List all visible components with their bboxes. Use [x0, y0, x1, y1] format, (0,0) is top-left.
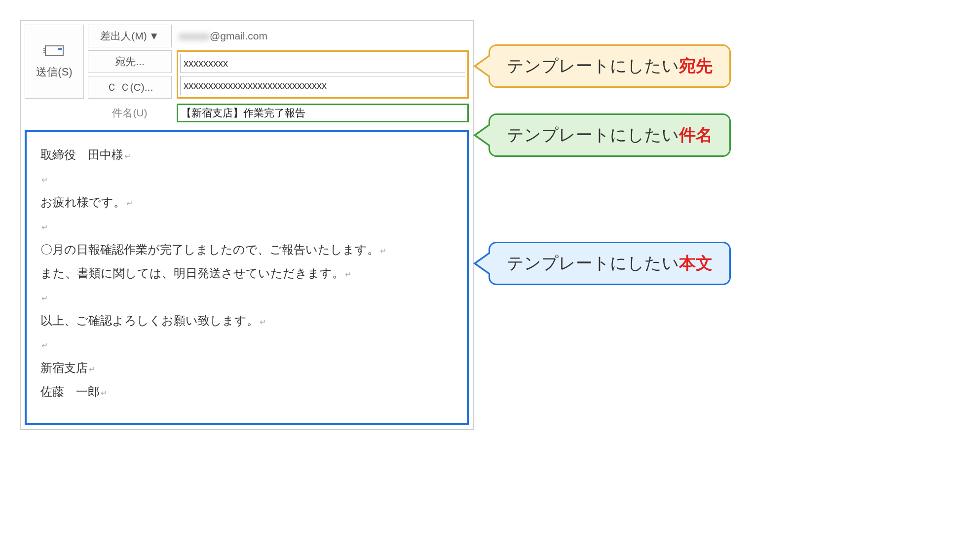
callout-text: テンプレートにしたい [507, 56, 679, 75]
body-line [40, 332, 453, 356]
body-line [40, 167, 453, 190]
callout-arrow-inner [476, 125, 490, 145]
callout-body: テンプレートにしたい本文 [489, 242, 731, 285]
body-line: 佐藤 一郎 [40, 380, 453, 404]
cc-input[interactable]: xxxxxxxxxxxxxxxxxxxxxxxxxxxxx [180, 76, 465, 95]
callout-em: 本文 [679, 254, 713, 272]
cc-label: Ｃ Ｃ(C)... [107, 80, 153, 94]
to-button[interactable]: 宛先... [88, 50, 172, 73]
subject-label: 件名(U) [88, 106, 172, 120]
callout-to: テンプレートにしたい宛先 [489, 44, 731, 88]
callout-text: テンプレートにしたい [507, 125, 679, 144]
recipients-block: 宛先... Ｃ Ｃ(C)... xxxxxxxxx xxxxxxxxxxxxxx… [88, 50, 469, 99]
cc-button[interactable]: Ｃ Ｃ(C)... [88, 76, 172, 99]
svg-rect-1 [58, 48, 62, 50]
compose-header: 送信(S) 差出人(M) ▼ xxxxxx@gmail.com 宛先... [25, 25, 469, 124]
svg-rect-0 [45, 46, 63, 56]
callout-arrow-inner [476, 56, 490, 76]
to-blurred: xxxxxxxxx [184, 58, 228, 69]
from-value: xxxxxx@gmail.com [177, 29, 469, 43]
callout-text: テンプレートにしたい [507, 254, 679, 272]
chevron-down-icon: ▼ [149, 30, 159, 42]
compose-window: 送信(S) 差出人(M) ▼ xxxxxx@gmail.com 宛先... [20, 20, 474, 430]
body-line [40, 214, 453, 238]
body-line [40, 285, 453, 309]
body-line: 新宿支店 [40, 356, 453, 380]
body-line: 〇月の日報確認作業が完了しましたので、ご報告いたします。 [40, 238, 453, 261]
from-button[interactable]: 差出人(M) ▼ [88, 25, 172, 47]
to-input[interactable]: xxxxxxxxx [180, 54, 465, 73]
send-label: 送信(S) [36, 65, 72, 79]
body-line: 以上、ご確認よろしくお願い致します。 [40, 309, 453, 332]
from-row: 差出人(M) ▼ xxxxxx@gmail.com [88, 25, 469, 47]
to-highlight: xxxxxxxxx xxxxxxxxxxxxxxxxxxxxxxxxxxxxx [177, 50, 469, 99]
send-button[interactable]: 送信(S) [25, 25, 84, 99]
header-fields: 差出人(M) ▼ xxxxxx@gmail.com 宛先... Ｃ Ｃ(C)..… [88, 25, 469, 124]
callout-subject: テンプレートにしたい件名 [489, 113, 731, 157]
callout-em: 件名 [679, 125, 713, 144]
callout-em: 宛先 [679, 56, 713, 75]
callouts: テンプレートにしたい宛先 テンプレートにしたい件名 テンプレートにしたい本文 [489, 20, 731, 285]
subject-input[interactable]: 【新宿支店】作業完了報告 [177, 104, 469, 122]
subject-row: 件名(U) 【新宿支店】作業完了報告 [88, 102, 469, 124]
body-textarea[interactable]: 取締役 田中様 お疲れ様です。 〇月の日報確認作業が完了しましたので、ご報告いた… [25, 130, 469, 425]
to-label: 宛先... [115, 55, 145, 69]
send-icon [43, 44, 65, 58]
cc-blurred: xxxxxxxxxxxxxxxxxxxxxxxxxxxxx [184, 80, 327, 91]
from-domain: @gmail.com [210, 30, 267, 41]
body-line: お疲れ様です。 [40, 190, 453, 214]
body-line: 取締役 田中様 [40, 143, 453, 167]
from-blurred: xxxxxx [179, 30, 210, 41]
body-line: また、書類に関しては、明日発送させていただきます。 [40, 261, 453, 285]
from-label: 差出人(M) [100, 29, 147, 43]
callout-arrow-inner [476, 254, 490, 273]
